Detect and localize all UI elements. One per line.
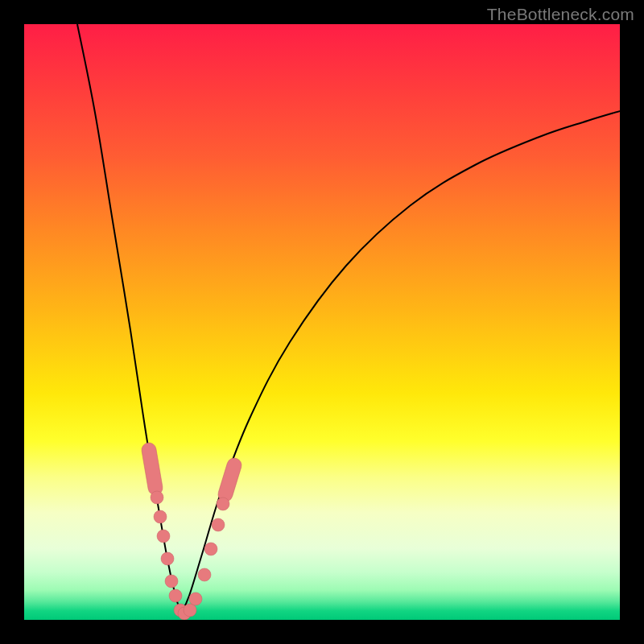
marker-dot xyxy=(217,497,229,510)
marker-dot xyxy=(204,543,217,555)
marker-capsule xyxy=(141,442,164,497)
marker-dot xyxy=(184,604,196,617)
data-markers xyxy=(141,442,244,620)
chart-frame: TheBottleneck.com xyxy=(0,0,644,644)
marker-dot xyxy=(151,491,163,504)
marker-dot xyxy=(154,510,167,523)
curve-layer xyxy=(24,24,620,620)
marker-dot xyxy=(189,592,202,605)
plot-area xyxy=(24,24,620,620)
watermark-text: TheBottleneck.com xyxy=(487,5,634,24)
marker-dot xyxy=(157,530,170,543)
marker-dot xyxy=(212,518,225,531)
marker-dot xyxy=(198,568,211,581)
marker-capsule xyxy=(217,456,243,503)
bottleneck-curve xyxy=(77,24,620,613)
marker-dot xyxy=(161,552,174,565)
marker-dot xyxy=(165,575,178,588)
marker-dot xyxy=(169,589,182,602)
